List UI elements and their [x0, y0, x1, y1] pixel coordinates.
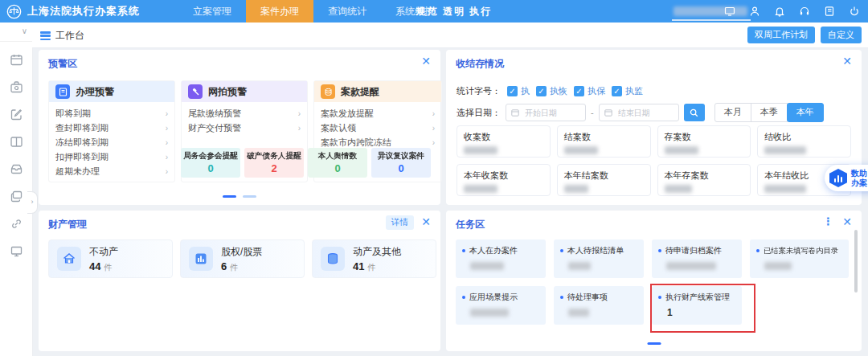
- task-card-scene-tips[interactable]: 应用场景提示: [456, 286, 546, 325]
- bell-icon[interactable]: [774, 6, 785, 17]
- range-segment: 本月 本季 本年: [714, 103, 824, 122]
- bar-chart-hexagon-icon: [829, 169, 847, 187]
- warning-item[interactable]: 冻结即将到期›: [55, 135, 168, 149]
- warning-item[interactable]: 财产交付预警›: [188, 121, 301, 135]
- stat-tile-meeting-reminder[interactable]: 局务会参会提醒 0: [181, 148, 240, 178]
- warning-item[interactable]: 尾款缴纳预警›: [188, 106, 301, 121]
- redacted-value: [666, 262, 716, 270]
- biweekly-plan-button[interactable]: 双周工作计划: [747, 27, 815, 43]
- task-card-property-clue[interactable]: 执行财产线索管理 1: [652, 286, 742, 325]
- calendar-icon: [604, 108, 612, 117]
- case-stats-panel: 收结存情况 ✕ 统计字号： ✓执 ✓执恢 ✓执保 ✓执监 选择日期： -: [446, 50, 862, 205]
- page-dot[interactable]: [243, 195, 256, 198]
- scrollbar-thumb[interactable]: [854, 230, 858, 293]
- stat-tile-objection-review[interactable]: 异议复议案件 0: [371, 148, 431, 178]
- stat-cell-pending[interactable]: 存案数: [657, 125, 751, 158]
- warning-group-handling: 办理预警 即将到期› 查封即将到期› 冻结即将到期› 扣押即将到期› 超期未办理…: [48, 80, 175, 182]
- stat-cell-closed[interactable]: 结案数: [557, 125, 651, 158]
- checkbox-zhihui[interactable]: ✓执恢: [536, 85, 567, 97]
- page-dot-active[interactable]: [223, 195, 236, 198]
- hamburger-icon[interactable]: [40, 31, 51, 40]
- close-icon[interactable]: ✕: [842, 216, 852, 227]
- detail-button[interactable]: 详情: [386, 215, 414, 230]
- range-quarter-button[interactable]: 本季: [751, 103, 788, 122]
- workbench-title: 工作台: [55, 29, 84, 43]
- range-year-button[interactable]: 本年: [787, 103, 824, 122]
- stat-cell-received[interactable]: 收案数: [457, 125, 551, 158]
- menu-case-filing[interactable]: 立案管理: [178, 0, 246, 23]
- book-icon[interactable]: [824, 6, 835, 17]
- checkbox-zhi[interactable]: ✓执: [507, 85, 530, 97]
- top-navbar: 上海法院执行办案系统 立案管理 案件办理 查询统计 系统维护 规范 透明 执行: [0, 0, 868, 23]
- warning-item[interactable]: 即将到期›: [55, 106, 168, 121]
- edit-icon[interactable]: [10, 108, 23, 121]
- task-card-my-cases[interactable]: 本人在办案件: [456, 239, 546, 278]
- stat-cell-close-ratio[interactable]: 结收比: [757, 125, 851, 158]
- bullet-icon: [756, 249, 760, 252]
- warning-group-label: 办理预警: [76, 85, 114, 99]
- checkbox-checked-icon: ✓: [612, 86, 622, 96]
- close-icon[interactable]: ✕: [421, 216, 431, 227]
- coins-icon: [321, 247, 345, 271]
- customize-button[interactable]: 自定义: [821, 27, 862, 43]
- calendar-icon: [511, 108, 519, 117]
- stat-tile-bankruptcy-debtor[interactable]: 破产债务人提醒 2: [244, 148, 304, 178]
- property-card-realestate[interactable]: 不动产 44件: [48, 239, 173, 278]
- calendar-icon[interactable]: [10, 53, 23, 67]
- warning-panel-title: 预警区: [48, 57, 77, 71]
- power-icon[interactable]: [849, 6, 860, 17]
- redacted-value: [764, 146, 806, 154]
- headset-icon[interactable]: [799, 6, 810, 17]
- warning-item[interactable]: 扣押即将到期›: [55, 149, 168, 164]
- stat-cell-year-pending[interactable]: 本年存案数: [657, 164, 751, 196]
- bullet-icon: [658, 249, 661, 252]
- checkbox-zhibao[interactable]: ✓执保: [574, 85, 605, 97]
- layers-icon[interactable]: [10, 190, 23, 203]
- search-button[interactable]: [684, 104, 705, 121]
- warning-item[interactable]: 案款认领›: [321, 121, 435, 135]
- stat-tile-public-opinion[interactable]: 本人舆情数 0: [308, 148, 367, 178]
- property-card-movables[interactable]: 动产及其他 41件: [312, 239, 436, 278]
- book-icon[interactable]: [10, 135, 23, 149]
- start-date-input[interactable]: [506, 104, 586, 121]
- date-range-label: 选择日期：: [457, 107, 501, 119]
- task-card-archive-apply[interactable]: 待申请归档案件: [652, 239, 742, 278]
- task-card-pending-close-list[interactable]: 本人待报结清单: [554, 239, 644, 278]
- court-logo-icon: [6, 4, 22, 19]
- task-card-pending-items[interactable]: 待处理事项: [554, 286, 644, 325]
- property-card-stocks[interactable]: 股权/股票 6件: [180, 239, 305, 278]
- redacted-value: [470, 309, 509, 317]
- stat-type-label: 统计字号：: [457, 85, 501, 97]
- range-month-button[interactable]: 本月: [714, 103, 751, 122]
- briefcase-icon[interactable]: [10, 80, 23, 94]
- house-icon: [57, 247, 81, 271]
- menu-case-handling[interactable]: 案件办理: [246, 0, 313, 23]
- stat-cell-year-received[interactable]: 本年收案数: [457, 164, 551, 196]
- checkbox-zhijian[interactable]: ✓执监: [612, 85, 643, 97]
- monitor-icon[interactable]: [10, 244, 23, 258]
- data-assist-button[interactable]: 数助办案: [825, 165, 868, 191]
- end-date-input[interactable]: [599, 104, 679, 121]
- user-icon[interactable]: [749, 6, 760, 17]
- task-card-missing-catalog[interactable]: 已结案未填写卷内目录: [750, 239, 849, 278]
- warning-group-label: 案款提醒: [341, 85, 379, 99]
- redacted-value: [764, 262, 792, 270]
- task-card-empty: [750, 286, 849, 325]
- monitor-icon[interactable]: [724, 6, 735, 17]
- stat-cell-year-closed[interactable]: 本年结案数: [557, 164, 651, 196]
- close-icon[interactable]: ✕: [842, 55, 852, 67]
- close-icon[interactable]: ✕: [421, 55, 431, 67]
- date-separator: -: [591, 108, 594, 117]
- warning-item[interactable]: 超期未办理›: [55, 164, 168, 178]
- warning-item[interactable]: 案款发放提醒›: [321, 106, 435, 121]
- chevron-down-icon[interactable]: ∨: [22, 27, 27, 35]
- document-icon: [55, 84, 70, 99]
- more-menu-icon[interactable]: ⋮: [823, 215, 834, 227]
- sidebar-expand-handle[interactable]: ›: [27, 191, 38, 214]
- menu-query-statistics[interactable]: 查询统计: [313, 0, 381, 23]
- coins-icon: [321, 84, 335, 99]
- warning-item[interactable]: 查封即将到期›: [55, 121, 168, 135]
- archive-icon[interactable]: [10, 162, 23, 176]
- link-icon[interactable]: [10, 217, 23, 231]
- page-dot-active[interactable]: [647, 342, 661, 345]
